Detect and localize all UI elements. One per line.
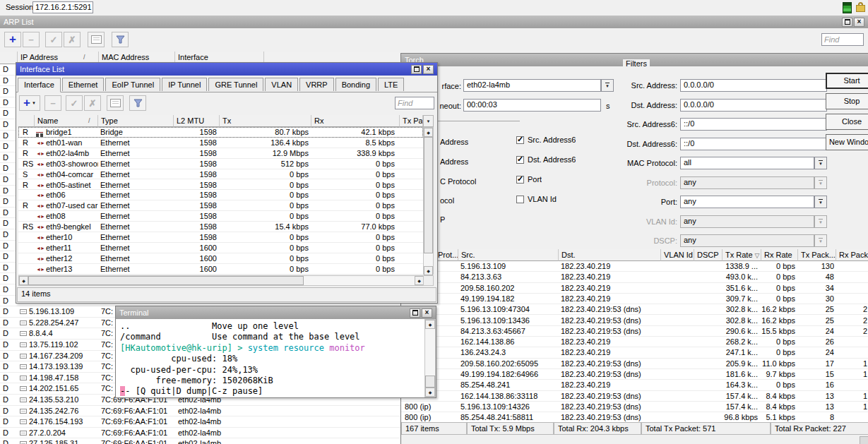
filter-button[interactable] <box>129 95 146 111</box>
torch-row[interactable]: 5.196.13.109182.23.40.2191338.9 ...0 bps… <box>401 261 868 272</box>
scroll-down-icon[interactable]: ◆ <box>425 388 435 397</box>
il-vscrollbar[interactable]: ◆ ◆ <box>423 127 434 275</box>
torch-col-rxpack[interactable]: Rx Pack <box>836 249 868 261</box>
tab-bonding[interactable]: Bonding <box>335 78 376 91</box>
torch-row[interactable]: 84.213.3.63182.23.40.219493.0 k...0 bps4… <box>401 272 868 282</box>
torch-row[interactable]: 84.213.3.63:45667182.23.40.219:53 (dns)2… <box>401 326 868 337</box>
il-row[interactable]: Rbridge1Bridge159880.7 kbps42.1 kbps <box>18 127 423 138</box>
filter-combo[interactable]: all <box>680 157 814 169</box>
il-row[interactable]: ◄►ether12Ethernet16000 bps0 bps <box>18 253 423 264</box>
torch-col-rxrate[interactable]: Rx Rate <box>761 249 798 261</box>
checkbox-src-address6[interactable] <box>516 136 524 144</box>
filter-combo[interactable]: any <box>680 196 814 208</box>
il-col-tx[interactable]: Tx <box>220 115 311 127</box>
il-row[interactable]: RS◄►eth9-bengkelEthernet159815.4 kbps77.… <box>18 222 423 232</box>
torch-row[interactable]: 49.199.194.182182.23.40.219309.7 k...0 b… <box>401 294 868 304</box>
disable-button[interactable]: ✗ <box>84 95 101 111</box>
terminal-scroll-thumb[interactable] <box>425 376 435 388</box>
filter-input[interactable]: ::/0 <box>680 138 827 150</box>
torch-col-vlan[interactable]: VLAN Id <box>661 249 694 261</box>
il-vscroll-thumb[interactable] <box>424 137 433 253</box>
tab-lte[interactable]: LTE <box>378 78 404 91</box>
il-close-button[interactable]: × <box>423 65 434 74</box>
il-find-input[interactable] <box>395 97 434 109</box>
checkbox-dst-address6[interactable] <box>516 156 524 164</box>
checkbox-vlan-id[interactable] <box>516 196 524 203</box>
torch-row[interactable]: 85.254.48.241182.23.40.219164.3 k...0 bp… <box>401 380 868 390</box>
il-hscroll-thumb[interactable] <box>28 276 304 285</box>
tab-ethernet[interactable]: Ethernet <box>62 78 105 91</box>
comment-button[interactable] <box>88 32 105 47</box>
scroll-down-icon[interactable]: ◆ <box>424 266 433 275</box>
terminal-content[interactable]: .. Move up one level/command Use command… <box>116 319 424 397</box>
new-window-button[interactable]: New Window <box>826 134 868 150</box>
scroll-up-icon[interactable]: ◆ <box>425 320 435 329</box>
remove-button[interactable]: − <box>44 95 61 111</box>
arp-find-input[interactable] <box>821 33 864 46</box>
enable-button[interactable]: ✓ <box>66 95 83 111</box>
interface-list-titlebar[interactable]: Interface List × <box>16 63 437 76</box>
il-row[interactable]: ◄►ether13Ethernet16000 bps0 bps <box>18 264 423 275</box>
torch-row[interactable]: 136.243.24.3182.23.40.219247.1 k...0 bps… <box>401 347 868 358</box>
filter-input[interactable]: ::/0 <box>680 118 827 131</box>
filter-button[interactable] <box>112 32 129 47</box>
il-row[interactable]: S◄►eth04-comcarEthernet15980 bps0 bps <box>18 169 423 180</box>
torch-col-txpack[interactable]: Tx Pack... <box>798 249 836 261</box>
start-button[interactable]: Start <box>826 73 868 89</box>
il-col-type[interactable]: Type <box>98 115 174 127</box>
torch-row[interactable]: 209.58.160.202:65095182.23.40.219:53 (dn… <box>401 359 868 369</box>
disable-button[interactable]: ✗ <box>64 32 81 47</box>
session-address-box[interactable]: 172.16.2.1:5291 <box>32 1 93 13</box>
terminal-titlebar[interactable]: Terminal × <box>116 306 436 319</box>
il-col-mtu[interactable]: L2 MTU <box>174 115 220 127</box>
torch-col-txrate[interactable]: Tx Rate ▽ <box>723 249 761 261</box>
il-row[interactable]: ◄►ether11Ethernet16000 bps0 bps <box>18 243 423 253</box>
il-row[interactable]: R◄►eth07-used carEthernet15980 bps0 bps <box>18 200 423 211</box>
comment-button[interactable] <box>107 95 124 111</box>
torch-row[interactable]: 800 (ip)85.254.48.241:58811182.23.40.219… <box>401 412 868 422</box>
checkbox-port[interactable] <box>516 176 524 184</box>
scroll-up-icon[interactable]: ◆ <box>424 128 433 137</box>
torch-row[interactable]: 800 (ip)5.196.13.109:14326182.23.40.219:… <box>401 402 868 412</box>
il-col-flags[interactable] <box>18 115 35 127</box>
il-row[interactable]: ◄►eth06Ethernet15980 bps0 bps <box>18 190 423 200</box>
il-restore-button[interactable] <box>411 65 422 74</box>
resize-grip[interactable] <box>860 436 868 444</box>
torch-row[interactable]: 162.144.138.86182.23.40.219268.2 k...0 b… <box>401 337 868 347</box>
tab-ip-tunnel[interactable]: IP Tunnel <box>162 78 207 91</box>
scroll-left-icon[interactable]: ◆ <box>19 276 28 285</box>
il-row[interactable]: ◄►eth08Ethernet15980 bps0 bps <box>18 211 423 222</box>
torch-col-src[interactable]: Src. <box>458 249 559 261</box>
arp-titlebar[interactable]: ARP List × <box>0 16 868 28</box>
filter-input[interactable]: 0.0.0.0/0 <box>680 99 827 112</box>
terminal-restore-button[interactable] <box>410 308 420 318</box>
torch-row[interactable]: 5.196.13.109:47304182.23.40.219:53 (dns)… <box>401 304 868 315</box>
il-col-name[interactable]: Name / <box>35 115 98 127</box>
terminal-close-button[interactable]: × <box>422 308 432 318</box>
il-col-txpac[interactable]: Tx Pac <box>400 115 423 127</box>
il-row[interactable]: R◄►eth02-la4mbEthernet159812.9 Mbps338.9… <box>18 148 423 159</box>
il-hscrollbar[interactable]: ◆ ◆ <box>18 275 423 286</box>
enable-button[interactable]: ✓ <box>45 32 62 47</box>
close-button[interactable]: Close <box>826 114 868 130</box>
torch-col-dscp[interactable]: DSCP <box>694 249 723 261</box>
filter-input[interactable]: 0.0.0.0/0 <box>680 79 827 92</box>
torch-col-dst[interactable]: Dst. <box>559 249 661 261</box>
tab-eoip-tunnel[interactable]: EoIP Tunnel <box>105 78 160 91</box>
torch-row[interactable]: 162.144.138.86:33118182.23.40.219:53 (dn… <box>401 391 868 402</box>
stop-button[interactable]: Stop <box>826 93 868 109</box>
il-row[interactable]: R◄►eth05-astinetEthernet15980 bps0 bps <box>18 180 423 191</box>
add-button[interactable]: +▼ <box>19 95 40 111</box>
tab-vrrp[interactable]: VRRP <box>299 78 334 91</box>
il-row[interactable]: RS◄►eth03-showroomEthernet1598512 bps0 b… <box>18 159 423 169</box>
torch-col-prot[interactable]: Prot... <box>435 249 458 261</box>
tab-gre-tunnel[interactable]: GRE Tunnel <box>208 78 263 91</box>
torch-row[interactable]: 209.58.160.202182.23.40.219351.6 k...0 b… <box>401 283 868 294</box>
il-row[interactable]: R◄►eth01-wanEthernet1598136.4 kbps8.5 kb… <box>18 138 423 148</box>
il-col-rx[interactable]: Rx <box>311 115 400 127</box>
column-select-button[interactable]: ▼ <box>423 115 434 127</box>
remove-button[interactable]: − <box>23 32 40 47</box>
terminal-scrollbar[interactable]: ◆ ◆ <box>424 319 436 397</box>
dropdown-button[interactable]: ▼ <box>814 157 827 169</box>
add-button[interactable]: + <box>4 32 21 47</box>
